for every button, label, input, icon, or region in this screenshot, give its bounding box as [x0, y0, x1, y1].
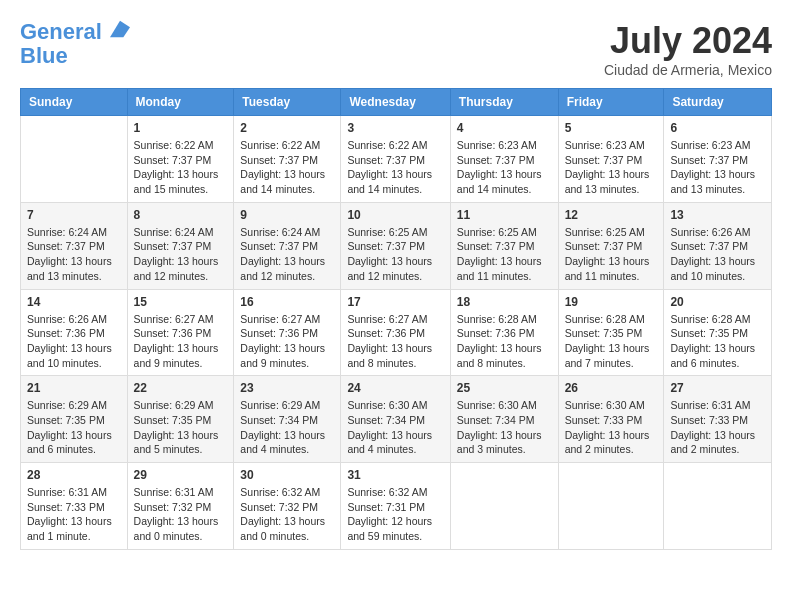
day-number: 29	[134, 468, 228, 482]
day-info: Sunrise: 6:30 AMSunset: 7:34 PMDaylight:…	[347, 398, 443, 457]
day-info: Sunrise: 6:22 AMSunset: 7:37 PMDaylight:…	[347, 138, 443, 197]
day-number: 14	[27, 295, 121, 309]
day-info: Sunrise: 6:24 AMSunset: 7:37 PMDaylight:…	[134, 225, 228, 284]
day-number: 2	[240, 121, 334, 135]
calendar-day: 3Sunrise: 6:22 AMSunset: 7:37 PMDaylight…	[341, 116, 450, 203]
calendar-day: 8Sunrise: 6:24 AMSunset: 7:37 PMDaylight…	[127, 202, 234, 289]
day-number: 6	[670, 121, 765, 135]
day-info: Sunrise: 6:27 AMSunset: 7:36 PMDaylight:…	[240, 312, 334, 371]
day-info: Sunrise: 6:27 AMSunset: 7:36 PMDaylight:…	[347, 312, 443, 371]
day-number: 12	[565, 208, 658, 222]
day-info: Sunrise: 6:22 AMSunset: 7:37 PMDaylight:…	[240, 138, 334, 197]
calendar-day: 25Sunrise: 6:30 AMSunset: 7:34 PMDayligh…	[450, 376, 558, 463]
day-info: Sunrise: 6:29 AMSunset: 7:35 PMDaylight:…	[134, 398, 228, 457]
day-info: Sunrise: 6:25 AMSunset: 7:37 PMDaylight:…	[565, 225, 658, 284]
month-title: July 2024	[604, 20, 772, 62]
calendar-week-3: 14Sunrise: 6:26 AMSunset: 7:36 PMDayligh…	[21, 289, 772, 376]
day-info: Sunrise: 6:28 AMSunset: 7:36 PMDaylight:…	[457, 312, 552, 371]
day-info: Sunrise: 6:30 AMSunset: 7:33 PMDaylight:…	[565, 398, 658, 457]
day-number: 11	[457, 208, 552, 222]
day-number: 18	[457, 295, 552, 309]
calendar-week-1: 1Sunrise: 6:22 AMSunset: 7:37 PMDaylight…	[21, 116, 772, 203]
calendar-day: 29Sunrise: 6:31 AMSunset: 7:32 PMDayligh…	[127, 463, 234, 550]
calendar-day: 17Sunrise: 6:27 AMSunset: 7:36 PMDayligh…	[341, 289, 450, 376]
calendar-day: 24Sunrise: 6:30 AMSunset: 7:34 PMDayligh…	[341, 376, 450, 463]
weekday-header-thursday: Thursday	[450, 89, 558, 116]
day-number: 9	[240, 208, 334, 222]
day-info: Sunrise: 6:28 AMSunset: 7:35 PMDaylight:…	[565, 312, 658, 371]
day-number: 13	[670, 208, 765, 222]
day-number: 31	[347, 468, 443, 482]
title-block: July 2024 Ciudad de Armeria, Mexico	[604, 20, 772, 78]
calendar-day: 9Sunrise: 6:24 AMSunset: 7:37 PMDaylight…	[234, 202, 341, 289]
calendar-day: 12Sunrise: 6:25 AMSunset: 7:37 PMDayligh…	[558, 202, 664, 289]
day-number: 20	[670, 295, 765, 309]
day-number: 22	[134, 381, 228, 395]
day-number: 19	[565, 295, 658, 309]
day-info: Sunrise: 6:31 AMSunset: 7:33 PMDaylight:…	[670, 398, 765, 457]
calendar-day: 23Sunrise: 6:29 AMSunset: 7:34 PMDayligh…	[234, 376, 341, 463]
svg-marker-0	[110, 21, 130, 38]
day-number: 28	[27, 468, 121, 482]
day-number: 15	[134, 295, 228, 309]
weekday-header-tuesday: Tuesday	[234, 89, 341, 116]
day-number: 8	[134, 208, 228, 222]
day-info: Sunrise: 6:27 AMSunset: 7:36 PMDaylight:…	[134, 312, 228, 371]
calendar-day: 15Sunrise: 6:27 AMSunset: 7:36 PMDayligh…	[127, 289, 234, 376]
calendar-day: 30Sunrise: 6:32 AMSunset: 7:32 PMDayligh…	[234, 463, 341, 550]
day-number: 26	[565, 381, 658, 395]
calendar-day: 4Sunrise: 6:23 AMSunset: 7:37 PMDaylight…	[450, 116, 558, 203]
calendar-day: 6Sunrise: 6:23 AMSunset: 7:37 PMDaylight…	[664, 116, 772, 203]
day-info: Sunrise: 6:32 AMSunset: 7:31 PMDaylight:…	[347, 485, 443, 544]
calendar-day: 18Sunrise: 6:28 AMSunset: 7:36 PMDayligh…	[450, 289, 558, 376]
day-info: Sunrise: 6:24 AMSunset: 7:37 PMDaylight:…	[27, 225, 121, 284]
calendar-day: 22Sunrise: 6:29 AMSunset: 7:35 PMDayligh…	[127, 376, 234, 463]
calendar-day: 5Sunrise: 6:23 AMSunset: 7:37 PMDaylight…	[558, 116, 664, 203]
calendar-day: 27Sunrise: 6:31 AMSunset: 7:33 PMDayligh…	[664, 376, 772, 463]
calendar-day: 16Sunrise: 6:27 AMSunset: 7:36 PMDayligh…	[234, 289, 341, 376]
calendar-week-4: 21Sunrise: 6:29 AMSunset: 7:35 PMDayligh…	[21, 376, 772, 463]
day-number: 5	[565, 121, 658, 135]
calendar-day: 19Sunrise: 6:28 AMSunset: 7:35 PMDayligh…	[558, 289, 664, 376]
weekday-header-monday: Monday	[127, 89, 234, 116]
logo-blue: Blue	[20, 44, 130, 68]
day-info: Sunrise: 6:26 AMSunset: 7:37 PMDaylight:…	[670, 225, 765, 284]
day-info: Sunrise: 6:30 AMSunset: 7:34 PMDaylight:…	[457, 398, 552, 457]
logo-general: General	[20, 19, 102, 44]
day-info: Sunrise: 6:23 AMSunset: 7:37 PMDaylight:…	[565, 138, 658, 197]
day-info: Sunrise: 6:23 AMSunset: 7:37 PMDaylight:…	[457, 138, 552, 197]
calendar-day: 20Sunrise: 6:28 AMSunset: 7:35 PMDayligh…	[664, 289, 772, 376]
calendar-day	[558, 463, 664, 550]
calendar-day	[450, 463, 558, 550]
day-info: Sunrise: 6:32 AMSunset: 7:32 PMDaylight:…	[240, 485, 334, 544]
weekday-header-sunday: Sunday	[21, 89, 128, 116]
calendar-day: 21Sunrise: 6:29 AMSunset: 7:35 PMDayligh…	[21, 376, 128, 463]
calendar-week-5: 28Sunrise: 6:31 AMSunset: 7:33 PMDayligh…	[21, 463, 772, 550]
logo-text: General	[20, 20, 130, 44]
day-info: Sunrise: 6:25 AMSunset: 7:37 PMDaylight:…	[457, 225, 552, 284]
calendar-day: 31Sunrise: 6:32 AMSunset: 7:31 PMDayligh…	[341, 463, 450, 550]
calendar-day: 14Sunrise: 6:26 AMSunset: 7:36 PMDayligh…	[21, 289, 128, 376]
day-number: 25	[457, 381, 552, 395]
day-info: Sunrise: 6:31 AMSunset: 7:32 PMDaylight:…	[134, 485, 228, 544]
logo: General Blue	[20, 20, 130, 68]
page-header: General Blue July 2024 Ciudad de Armeria…	[20, 20, 772, 78]
day-info: Sunrise: 6:25 AMSunset: 7:37 PMDaylight:…	[347, 225, 443, 284]
calendar-day: 7Sunrise: 6:24 AMSunset: 7:37 PMDaylight…	[21, 202, 128, 289]
day-number: 17	[347, 295, 443, 309]
day-number: 30	[240, 468, 334, 482]
day-info: Sunrise: 6:26 AMSunset: 7:36 PMDaylight:…	[27, 312, 121, 371]
day-number: 16	[240, 295, 334, 309]
calendar-week-2: 7Sunrise: 6:24 AMSunset: 7:37 PMDaylight…	[21, 202, 772, 289]
calendar-day: 2Sunrise: 6:22 AMSunset: 7:37 PMDaylight…	[234, 116, 341, 203]
calendar-day: 10Sunrise: 6:25 AMSunset: 7:37 PMDayligh…	[341, 202, 450, 289]
calendar-day: 26Sunrise: 6:30 AMSunset: 7:33 PMDayligh…	[558, 376, 664, 463]
day-number: 4	[457, 121, 552, 135]
day-info: Sunrise: 6:22 AMSunset: 7:37 PMDaylight:…	[134, 138, 228, 197]
weekday-header-saturday: Saturday	[664, 89, 772, 116]
day-number: 10	[347, 208, 443, 222]
day-number: 24	[347, 381, 443, 395]
day-info: Sunrise: 6:28 AMSunset: 7:35 PMDaylight:…	[670, 312, 765, 371]
calendar-day: 1Sunrise: 6:22 AMSunset: 7:37 PMDaylight…	[127, 116, 234, 203]
location: Ciudad de Armeria, Mexico	[604, 62, 772, 78]
